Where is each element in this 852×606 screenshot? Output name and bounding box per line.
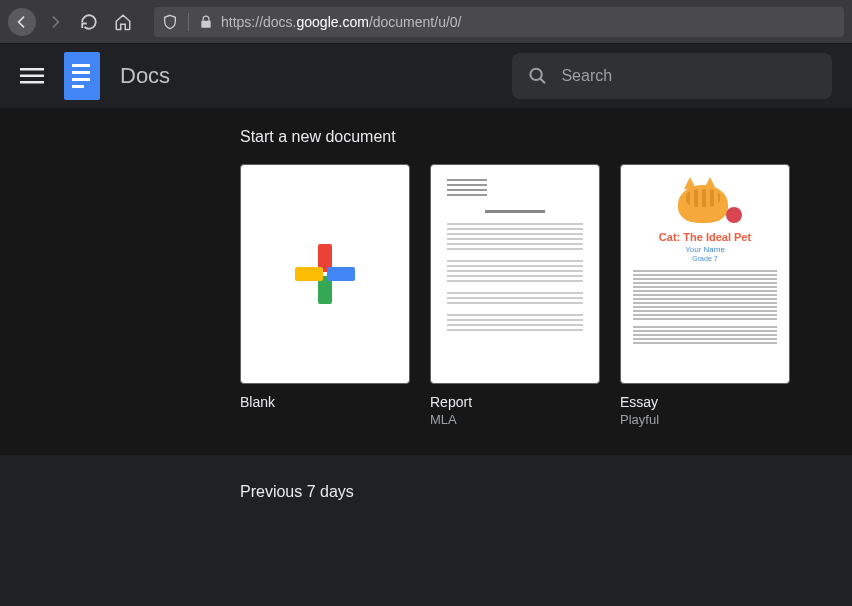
template-thumb-blank [240,164,410,384]
home-button[interactable] [108,7,138,37]
arrow-left-icon [14,14,30,30]
shield-icon [162,14,178,30]
home-icon [114,13,132,31]
plus-icon [295,244,355,304]
template-essay[interactable]: Cat: The Ideal Pet Your Name Grade 7 Ess… [620,164,790,427]
svg-rect-0 [20,68,44,71]
hamburger-icon [20,64,44,88]
reload-icon [80,13,98,31]
forward-button[interactable] [40,7,70,37]
app-title: Docs [120,63,170,89]
template-row: Blank Report MLA [240,164,852,427]
lock-icon [199,15,213,29]
recent-section: Previous 7 days [0,455,852,529]
template-subtitle: Playful [620,412,790,427]
docs-logo[interactable] [64,52,100,100]
template-thumb-essay: Cat: The Ideal Pet Your Name Grade 7 [620,164,790,384]
svg-rect-1 [20,75,44,78]
recent-heading: Previous 7 days [240,483,852,501]
browser-toolbar: https://docs.google.com/document/u/0/ [0,0,852,44]
essay-preview-title: Cat: The Ideal Pet [633,231,777,243]
search-input[interactable] [561,67,816,85]
template-name: Blank [240,394,410,410]
template-subtitle: MLA [430,412,600,427]
address-bar[interactable]: https://docs.google.com/document/u/0/ [154,7,844,37]
url-text: https://docs.google.com/document/u/0/ [221,14,462,30]
template-thumb-report [430,164,600,384]
search-icon [528,65,547,87]
templates-section: Start a new document Blank [0,108,852,455]
cat-illustration [670,175,740,227]
template-name: Report [430,394,600,410]
template-name: Essay [620,394,790,410]
main-menu-button[interactable] [20,64,44,88]
templates-heading: Start a new document [240,128,852,146]
svg-rect-2 [20,81,44,84]
app-header: Docs [0,44,852,108]
arrow-right-icon [47,14,63,30]
back-button[interactable] [8,8,36,36]
template-blank[interactable]: Blank [240,164,410,427]
search-box[interactable] [512,53,832,99]
separator [188,13,189,31]
template-report[interactable]: Report MLA [430,164,600,427]
svg-line-4 [540,78,545,83]
reload-button[interactable] [74,7,104,37]
svg-point-3 [530,69,541,80]
essay-preview-author: Your Name [633,245,777,254]
essay-preview-grade: Grade 7 [633,255,777,262]
